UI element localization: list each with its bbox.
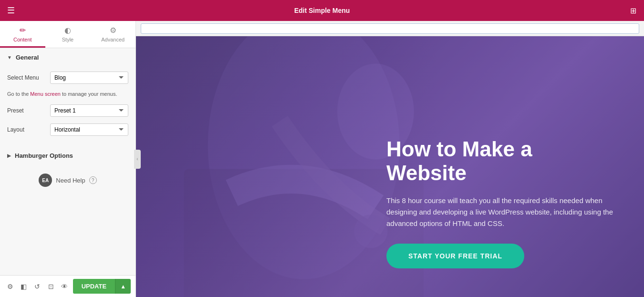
layout-dropdown[interactable]: Horizontal Vertical Dropdown [50, 123, 128, 136]
general-arrow-icon: ▼ [7, 55, 12, 60]
preset-label: Preset [7, 107, 50, 114]
tab-advanced[interactable]: ⚙ Advanced [90, 21, 135, 48]
content-tab-icon: ✏ [20, 26, 26, 35]
top-bar: ☰ Edit Simple Menu ⊞ [0, 0, 644, 21]
responsive-icon-button[interactable]: ⊡ [46, 279, 57, 294]
help-question-icon[interactable]: ? [89, 176, 97, 184]
select-menu-dropdown[interactable]: Blog Main Menu Footer Menu [50, 72, 128, 84]
advanced-tab-icon: ⚙ [110, 26, 116, 35]
layout-label: Layout [7, 126, 50, 133]
hero-description: This 8 hour course will teach you all th… [386, 195, 615, 229]
menu-hint-before: Go to the [7, 91, 30, 97]
preview-area: How to Make a Website This 8 hour course… [136, 21, 644, 297]
need-help-area: EA Need Help ? [0, 164, 135, 196]
preset-dropdown[interactable]: Preset 1 Preset 2 Preset 3 [50, 104, 128, 117]
select-menu-label: Select Menu [7, 74, 50, 81]
grid-view-button[interactable]: ⊞ [622, 0, 644, 21]
sidebar-content: ▼ General Select Menu Blog Main Menu Foo… [0, 48, 135, 275]
tab-style-label: Style [62, 37, 73, 42]
hamburger-section-label: Hamburger Options [15, 152, 73, 159]
need-help-text: Need Help [56, 177, 85, 184]
general-section-header[interactable]: ▼ General [0, 48, 135, 67]
tab-content[interactable]: ✏ Content [0, 21, 45, 48]
general-form: Select Menu Blog Main Menu Footer Menu G… [0, 67, 135, 147]
select-menu-row: Select Menu Blog Main Menu Footer Menu [7, 72, 128, 84]
hamburger-arrow-icon: ▶ [7, 153, 11, 158]
general-section-label: General [16, 54, 39, 61]
url-input[interactable] [141, 23, 639, 34]
hero-title: How to Make a Website [386, 137, 615, 185]
tab-style[interactable]: ◐ Style [45, 21, 91, 48]
hamburger-section-header[interactable]: ▶ Hamburger Options [7, 152, 128, 159]
page-title: Edit Simple Menu [22, 7, 622, 14]
svg-point-4 [354, 215, 387, 248]
hamburger-section: ▶ Hamburger Options [0, 147, 135, 164]
address-bar [136, 21, 644, 36]
menu-hint-text: Go to the Menu screen to manage your men… [7, 91, 128, 98]
sidebar-tabs: ✏ Content ◐ Style ⚙ Advanced [0, 21, 135, 48]
update-button[interactable]: UPDATE [73, 279, 115, 294]
hamburger-menu-button[interactable]: ☰ [0, 0, 22, 21]
settings-icon-button[interactable]: ⚙ [5, 279, 16, 294]
menu-screen-link[interactable]: Menu screen [30, 91, 61, 97]
update-button-group: UPDATE ▲ [73, 279, 131, 294]
menu-hint-after: to manage your menus. [61, 91, 117, 97]
hero-content: How to Make a Website This 8 hour course… [386, 137, 615, 268]
tab-content-label: Content [13, 37, 32, 42]
ea-badge: EA [39, 174, 52, 187]
sidebar: ✏ Content ◐ Style ⚙ Advanced ▼ General [0, 21, 136, 297]
menu-icon: ☰ [7, 5, 15, 16]
layout-row: Layout Horizontal Vertical Dropdown [7, 123, 128, 136]
tab-advanced-label: Advanced [101, 37, 125, 42]
sidebar-collapse-handle[interactable]: ‹ [134, 150, 141, 169]
style-tab-icon: ◐ [64, 26, 71, 35]
hero-section: How to Make a Website This 8 hour course… [136, 36, 644, 297]
history-icon-button[interactable]: ↺ [32, 279, 43, 294]
layers-icon-button[interactable]: ◧ [19, 279, 30, 294]
update-arrow-button[interactable]: ▲ [115, 279, 131, 294]
grid-icon: ⊞ [630, 6, 636, 15]
preset-row: Preset Preset 1 Preset 2 Preset 3 [7, 104, 128, 117]
preview-icon-button[interactable]: 👁 [59, 279, 70, 294]
bottom-toolbar: ⚙ ◧ ↺ ⊡ 👁 UPDATE ▲ [0, 275, 135, 297]
cta-button[interactable]: START YOUR FREE TRIAL [386, 244, 524, 268]
